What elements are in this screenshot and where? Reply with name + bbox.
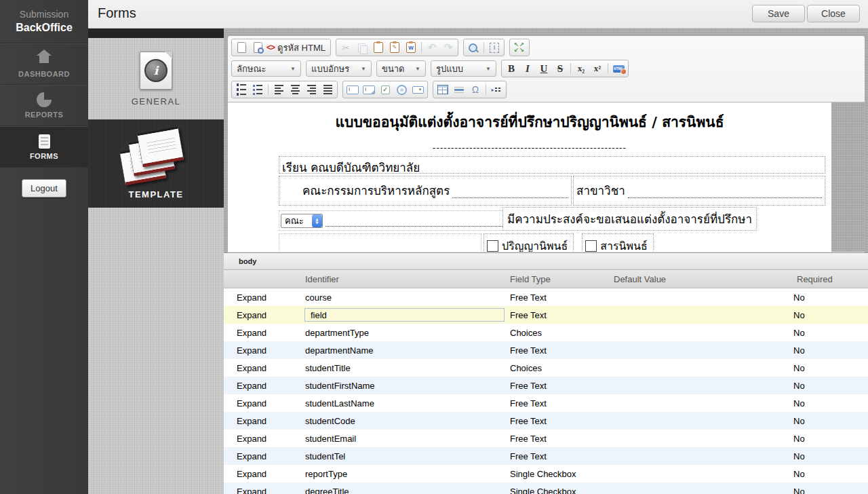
- expand-link[interactable]: Expand: [224, 434, 295, 444]
- font-dropdown-label: แบบอักษร: [311, 62, 349, 76]
- checkbox-field-icon[interactable]: ✓: [378, 82, 393, 97]
- underline-icon[interactable]: U: [536, 61, 551, 76]
- report-checkbox[interactable]: [585, 240, 597, 252]
- save-button[interactable]: Save: [752, 5, 805, 22]
- table-row[interactable]: ExpanddegreeTitleSingle CheckboxNo: [224, 482, 868, 494]
- superscript-icon[interactable]: x²: [590, 61, 605, 76]
- expand-link[interactable]: Expand: [224, 328, 295, 338]
- sidebar-item-reports[interactable]: REPORTS: [0, 85, 88, 126]
- thesis-checkbox[interactable]: [487, 240, 498, 252]
- expand-link[interactable]: Expand: [224, 469, 295, 479]
- expand-link[interactable]: Expand: [224, 487, 295, 494]
- major-cell: สาขาวิชา: [573, 176, 825, 206]
- insert-table-icon[interactable]: [435, 82, 450, 97]
- expand-link[interactable]: Expand: [224, 381, 295, 391]
- expand-link[interactable]: Expand: [224, 310, 295, 320]
- tab-template-label: TEMPLATE: [128, 189, 183, 200]
- redo-icon[interactable]: ↷: [441, 40, 456, 55]
- table-row[interactable]: ExpanddepartmentTypeChoicesNo: [224, 324, 868, 341]
- align-left-icon[interactable]: [271, 82, 286, 97]
- expand-link[interactable]: Expand: [224, 398, 295, 408]
- bold-icon[interactable]: B: [504, 61, 519, 76]
- table-row[interactable]: ExpandstudentEmailFree TextNo: [224, 430, 868, 447]
- source-button[interactable]: <> ดูรหัส HTML: [267, 40, 328, 55]
- text-field-icon[interactable]: [345, 82, 360, 97]
- table-row[interactable]: ExpandstudentTitleChoicesNo: [224, 359, 868, 377]
- paste-plain-text-icon[interactable]: ✎: [387, 40, 402, 55]
- editor-margin: [831, 102, 865, 252]
- identifier-cell: [295, 308, 505, 322]
- undo-icon[interactable]: ↶: [425, 40, 439, 55]
- paste-icon[interactable]: [371, 40, 386, 55]
- copy-icon[interactable]: [355, 40, 370, 55]
- table-row[interactable]: ExpandcourseFree TextNo: [224, 288, 868, 306]
- required-cell: No: [776, 398, 868, 408]
- horizontal-rule-icon[interactable]: [452, 82, 467, 97]
- font-dropdown[interactable]: แบบอักษร ▼: [306, 60, 372, 77]
- table-row[interactable]: ExpanddepartmentNameFree TextNo: [224, 341, 868, 359]
- align-right-icon[interactable]: [304, 82, 319, 97]
- expand-link[interactable]: Expand: [224, 345, 295, 356]
- format-dropdown[interactable]: รูปแบบ ▼: [431, 60, 496, 77]
- table-row[interactable]: ExpandstudentLastNameFree TextNo: [224, 394, 868, 412]
- bullet-list-icon[interactable]: [250, 82, 265, 97]
- faculty-cell: คณะ ▲▼: [279, 210, 502, 231]
- salutation-cell: เรียน คณบดีบัณฑิตวิทยาลัย: [279, 156, 825, 174]
- sidebar: Submission BackOffice DASHBOARD REPORTS …: [0, 0, 88, 494]
- faculty-select-label: คณะ: [285, 214, 304, 228]
- table-row[interactable]: ExpandstudentTelFree TextNo: [224, 447, 868, 465]
- align-justify-icon[interactable]: [320, 82, 335, 97]
- required-cell: No: [776, 487, 868, 494]
- committee-fill-line: [452, 197, 568, 198]
- special-character-icon[interactable]: Ω: [468, 82, 483, 97]
- find-icon[interactable]: [466, 40, 481, 55]
- page-break-icon[interactable]: ▸: [489, 82, 504, 97]
- form-table: เรียน คณบดีบัณฑิตวิทยาลัย คณะกรรมการบริห…: [279, 156, 825, 252]
- faculty-select[interactable]: คณะ ▲▼: [281, 214, 323, 228]
- table-row[interactable]: ExpandstudentCodeFree TextNo: [224, 412, 868, 430]
- size-dropdown[interactable]: ขนาด ▼: [376, 60, 426, 77]
- cleanup-html-icon[interactable]: HTML: [611, 61, 626, 76]
- identifier-column-header: Identifier: [295, 274, 505, 284]
- element-path-bar[interactable]: body: [224, 252, 868, 270]
- sidebar-item-label: REPORTS: [25, 111, 64, 119]
- align-center-icon[interactable]: [288, 82, 302, 97]
- select-all-icon[interactable]: [487, 40, 502, 55]
- expand-link[interactable]: Expand: [224, 363, 295, 373]
- editor-document[interactable]: แบบขออนุมัติแต่งตั้งอาจารย์ที่ปรึกษาปริญ…: [228, 102, 831, 252]
- field-type-cell: Choices: [505, 363, 600, 373]
- tiles-panel: GENERAL TEMPLATE: [88, 28, 224, 494]
- expand-link[interactable]: Expand: [224, 451, 295, 461]
- radio-button-icon[interactable]: [394, 82, 409, 97]
- table-row[interactable]: ExpandFree TextNo: [224, 306, 868, 324]
- italic-icon[interactable]: I: [520, 61, 535, 76]
- subscript-icon[interactable]: x₂: [574, 61, 589, 76]
- styles-dropdown[interactable]: ลักษณะ ▼: [231, 60, 301, 77]
- styles-dropdown-label: ลักษณะ: [237, 62, 266, 76]
- sidebar-item-forms[interactable]: FORMS: [0, 126, 88, 168]
- paste-from-word-icon[interactable]: W: [403, 40, 418, 55]
- app-title-line2: BackOffice: [0, 22, 88, 34]
- strikethrough-icon[interactable]: S: [553, 61, 568, 76]
- expand-link[interactable]: Expand: [224, 416, 295, 426]
- preview-icon[interactable]: [250, 40, 265, 55]
- tab-general[interactable]: GENERAL: [88, 38, 224, 119]
- identifier-input[interactable]: [304, 308, 505, 322]
- field-type-cell: Free Text: [505, 310, 600, 320]
- sidebar-item-dashboard[interactable]: DASHBOARD: [0, 43, 88, 85]
- select-field-icon[interactable]: ▼: [410, 82, 425, 97]
- cut-icon[interactable]: ✂: [338, 40, 353, 55]
- close-button[interactable]: Close: [807, 5, 860, 22]
- new-page-icon[interactable]: [234, 40, 249, 55]
- numbered-list-icon[interactable]: [234, 82, 249, 97]
- tab-template[interactable]: TEMPLATE: [88, 119, 224, 208]
- table-row[interactable]: ExpandreportTypeSingle CheckboxNo: [224, 465, 868, 482]
- size-dropdown-label: ขนาด: [382, 62, 405, 76]
- maximize-icon[interactable]: ↖↗ ↙↘: [512, 40, 527, 55]
- table-row[interactable]: ExpandstudentFirstNameFree TextNo: [224, 377, 868, 394]
- identifier-cell: studentFirstName: [295, 381, 505, 391]
- expand-link[interactable]: Expand: [224, 292, 295, 303]
- textarea-icon[interactable]: [361, 82, 376, 97]
- field-type-cell: Choices: [505, 328, 600, 338]
- logout-button[interactable]: Logout: [22, 179, 66, 197]
